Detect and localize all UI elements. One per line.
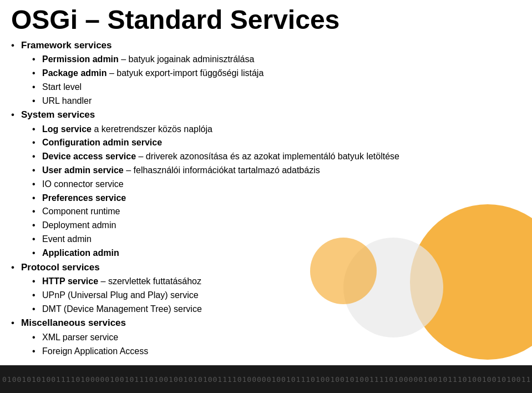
item-rest: – driverek azonosítása és az azokat impl… bbox=[136, 152, 399, 161]
page-title: OSGi – Standard Services bbox=[11, 6, 521, 35]
list-item: Start level bbox=[32, 80, 521, 94]
list-item: IO connector service bbox=[32, 178, 521, 192]
item-rest: Start level bbox=[42, 82, 82, 92]
item-bold: Configuration admin service bbox=[42, 138, 162, 147]
list-item: UPnP (Universal Plug and Play) service bbox=[32, 289, 521, 303]
item-rest: Deployment admin bbox=[42, 220, 116, 230]
misc-services-label: Miscellaneous services bbox=[21, 318, 126, 328]
item-bold: User admin service bbox=[42, 165, 124, 175]
framework-services-label: Framework services bbox=[21, 40, 112, 51]
item-rest: – felhasználói információkat tartalmazó … bbox=[124, 165, 320, 175]
item-rest: a keretrendszer közös naplója bbox=[92, 124, 212, 134]
binary-text-main: 0100101010011110100000100101110100100101… bbox=[0, 375, 532, 384]
list-item: Component runtime bbox=[32, 205, 521, 219]
item-rest: UPnP (Universal Plug and Play) service bbox=[42, 290, 199, 300]
misc-sub-list: XML parser service Foreign Application A… bbox=[32, 331, 521, 359]
item-rest: Component runtime bbox=[42, 206, 120, 216]
protocol-services-label: Protocol services bbox=[21, 262, 100, 273]
section-system: System services Log service a keretrends… bbox=[11, 108, 521, 260]
list-item: Preferences service bbox=[32, 192, 521, 205]
item-bold: Preferences service bbox=[42, 193, 126, 203]
item-bold: HTTP service bbox=[42, 276, 98, 286]
item-bold: Log service bbox=[42, 124, 92, 134]
list-item: User admin service – felhasználói inform… bbox=[32, 164, 521, 178]
list-item: Deployment admin bbox=[32, 219, 521, 233]
list-item: HTTP service – szervlettek futtatásához bbox=[32, 275, 521, 289]
item-rest: Foreign Application Access bbox=[42, 346, 148, 356]
item-bold: Application admin bbox=[42, 248, 119, 258]
item-rest: DMT (Device Management Tree) service bbox=[42, 304, 202, 314]
list-item: Application admin bbox=[32, 246, 521, 260]
main-content: OSGi – Standard Services Framework servi… bbox=[0, 0, 532, 365]
list-item: URL handler bbox=[32, 94, 521, 108]
system-services-label: System services bbox=[21, 109, 95, 120]
item-rest: Event admin bbox=[42, 234, 92, 244]
framework-sub-list: Permission admin – batyuk jogainak admin… bbox=[32, 53, 521, 108]
list-item: Device access service – driverek azonosí… bbox=[32, 150, 521, 164]
system-sub-list: Log service a keretrendszer közös naplój… bbox=[32, 123, 521, 260]
section-framework: Framework services Permission admin – ba… bbox=[11, 38, 521, 108]
list-item: Foreign Application Access bbox=[32, 345, 521, 359]
item-rest: – batyuk jogainak adminisztrálása bbox=[119, 54, 255, 64]
item-rest: URL handler bbox=[42, 96, 92, 105]
section-protocol: Protocol services HTTP service – szervle… bbox=[11, 260, 521, 316]
protocol-sub-list: HTTP service – szervlettek futtatásához … bbox=[32, 275, 521, 316]
list-item: XML parser service bbox=[32, 331, 521, 345]
item-rest: – szervlettek futtatásához bbox=[98, 276, 201, 286]
list-item: Permission admin – batyuk jogainak admin… bbox=[32, 53, 521, 67]
item-bold: Package admin bbox=[42, 68, 107, 78]
item-rest: IO connector service bbox=[42, 179, 124, 189]
list-item: Event admin bbox=[32, 233, 521, 246]
section-miscellaneous: Miscellaneous services XML parser servic… bbox=[11, 316, 521, 358]
list-item: DMT (Device Management Tree) service bbox=[32, 303, 521, 316]
list-item: Configuration admin service bbox=[32, 136, 521, 150]
main-list: Framework services Permission admin – ba… bbox=[11, 38, 521, 359]
list-item: Log service a keretrendszer közös naplój… bbox=[32, 123, 521, 137]
list-item: Package admin – batyuk export-import füg… bbox=[32, 67, 521, 80]
item-rest: – batyuk export-import függőségi listája bbox=[107, 68, 264, 78]
item-bold: Device access service bbox=[42, 152, 136, 161]
item-bold: Permission admin bbox=[42, 54, 119, 64]
item-rest: XML parser service bbox=[42, 332, 118, 342]
binary-bar: 0100101010011110100000100101110100100101… bbox=[0, 365, 532, 393]
